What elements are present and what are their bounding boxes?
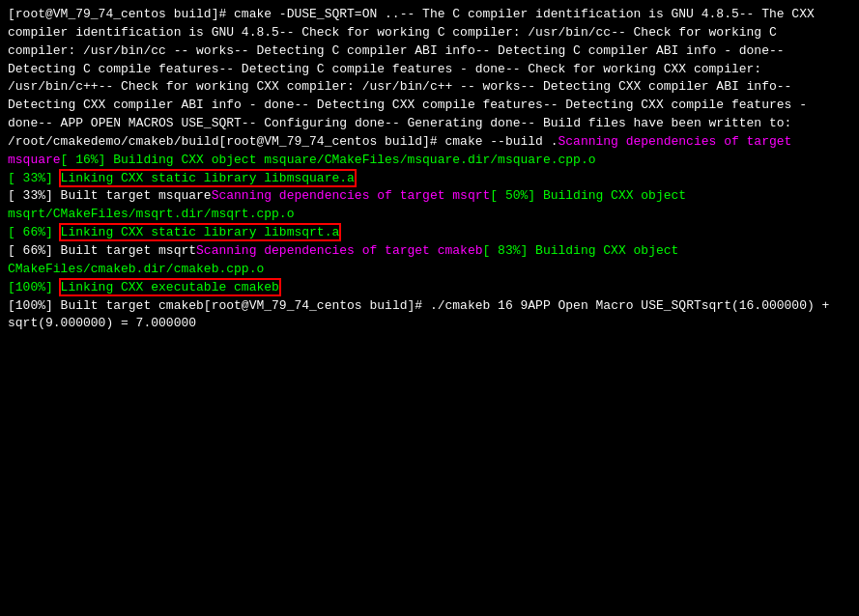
terminal-line-5: -- Detecting C compiler ABI info [234, 43, 475, 58]
terminal-line-3: -- Check for working C compiler: /usr/bi… [279, 25, 611, 40]
terminal-line-8: -- Detecting C compile features - done [218, 62, 504, 76]
terminal-line-32: [root@VM_79_74_centos build]# ./cmakeb 1… [204, 298, 528, 313]
terminal-line-31: [100%] Built target cmakeb [8, 298, 204, 313]
terminal-line-13: -- Detecting CXX compile features [294, 98, 542, 112]
terminal-line-21: [ 16%] Building CXX object msquare/CMake… [61, 153, 596, 167]
terminal-line-16: -- Configuring done [242, 116, 385, 130]
terminal-line-28: Scanning dependencies of target cmakeb [196, 243, 482, 258]
terminal-line-1: -- The C compiler identification is GNU … [400, 7, 739, 21]
terminal-line-33: APP Open Macro USE_SQRT [528, 298, 701, 313]
terminal-line-11: -- Detecting CXX compiler ABI info [521, 79, 777, 94]
terminal-line-10: -- Check for working CXX compiler: /usr/… [99, 79, 521, 94]
terminal-line-23: [ 33%] Built target msquare [8, 188, 212, 203]
terminal-line-26: [ 66%] Linking CXX static library libmsq… [8, 224, 851, 242]
terminal-line-27: [ 66%] Built target msqrt [8, 243, 196, 258]
terminal-line-19: [root@VM_79_74_centos build]# cmake --bu… [218, 134, 558, 149]
terminal-output: [root@VM_79_74_centos build]# cmake -DUS… [8, 6, 851, 333]
terminal-line-0: [root@VM_79_74_centos build]# cmake -DUS… [8, 7, 400, 21]
terminal-line-30: [100%] Linking CXX executable cmakeb [8, 279, 851, 297]
terminal-line-24: Scanning dependencies of target msqrt [212, 188, 491, 203]
terminal-line-22: [ 33%] Linking CXX static library libmsq… [8, 170, 851, 188]
terminal-line-15: -- APP OPEN MACROS USE_SQRT [38, 116, 242, 130]
terminal-line-6: -- Detecting C compiler ABI info - done [475, 43, 769, 58]
terminal-line-17: -- Generating done [385, 116, 520, 130]
